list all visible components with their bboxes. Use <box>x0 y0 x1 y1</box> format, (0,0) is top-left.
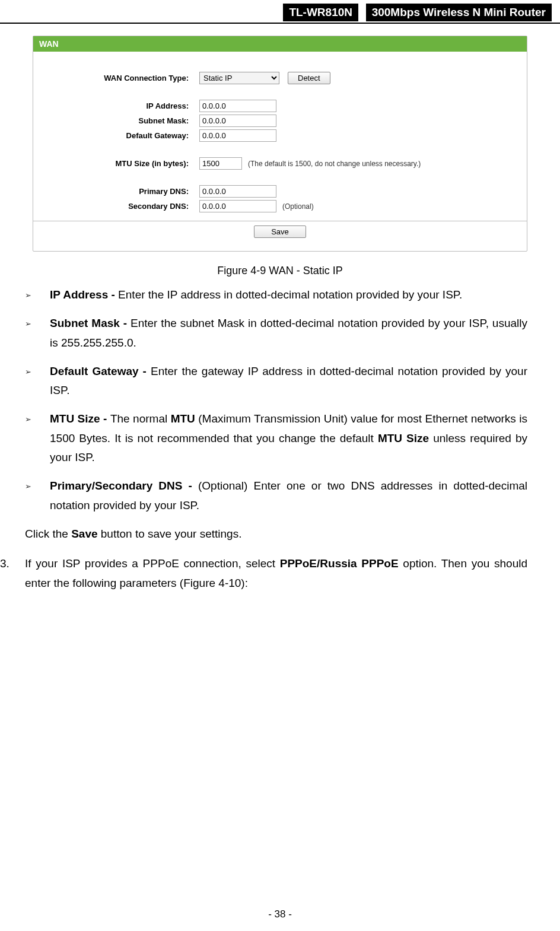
save-button[interactable]: Save <box>254 225 306 238</box>
primary-dns-input[interactable] <box>199 185 276 198</box>
chevron-right-icon: ➢ <box>25 314 50 352</box>
wan-connection-type-select[interactable]: Static IP <box>199 72 279 84</box>
ip-address-label: IP Address: <box>33 101 199 110</box>
secondary-dns-label: Secondary DNS: <box>33 202 199 211</box>
page-number: - 38 - <box>0 908 560 920</box>
bullet-ip-address: IP Address - Enter the IP address in dot… <box>50 285 527 304</box>
chevron-right-icon: ➢ <box>25 285 50 304</box>
bullet-mtu-size: MTU Size - The normal MTU (Maximum Trans… <box>50 409 527 467</box>
bullet-default-gateway: Default Gateway - Enter the gateway IP a… <box>50 362 527 401</box>
list-number-3: 3. <box>0 554 25 593</box>
subnet-mask-label: Subnet Mask: <box>33 116 199 125</box>
bullet-dns: Primary/Secondary DNS - (Optional) Enter… <box>50 476 527 515</box>
primary-dns-label: Primary DNS: <box>33 187 199 196</box>
subnet-mask-input[interactable] <box>199 115 276 127</box>
mtu-size-label: MTU Size (in bytes): <box>33 159 199 168</box>
figure-caption: Figure 4-9 WAN - Static IP <box>0 265 560 277</box>
secondary-dns-input[interactable] <box>199 200 276 212</box>
item-3-text: If your ISP provides a PPPoE connection,… <box>25 554 527 593</box>
header-product: 300Mbps Wireless N Mini Router <box>366 4 552 21</box>
wan-connection-type-label: WAN Connection Type: <box>33 74 199 82</box>
default-gateway-label: Default Gateway: <box>33 131 199 140</box>
page-header: TL-WR810N 300Mbps Wireless N Mini Router <box>0 0 560 24</box>
default-gateway-input[interactable] <box>199 129 276 142</box>
chevron-right-icon: ➢ <box>25 476 50 515</box>
mtu-size-input[interactable] <box>199 157 242 170</box>
click-save-text: Click the Save button to save your setti… <box>25 525 527 544</box>
bullet-subnet-mask: Subnet Mask - Enter the subnet Mask in d… <box>50 314 527 352</box>
detect-button[interactable]: Detect <box>288 72 330 84</box>
ip-address-input[interactable] <box>199 100 276 112</box>
header-model: TL-WR810N <box>283 4 358 21</box>
secondary-dns-hint: (Optional) <box>282 202 314 211</box>
mtu-hint-text: (The default is 1500, do not change unle… <box>248 160 421 168</box>
wan-panel-title: WAN <box>33 36 527 52</box>
wan-panel: WAN WAN Connection Type: Static IP Detec… <box>33 36 527 252</box>
chevron-right-icon: ➢ <box>25 409 50 467</box>
chevron-right-icon: ➢ <box>25 362 50 401</box>
